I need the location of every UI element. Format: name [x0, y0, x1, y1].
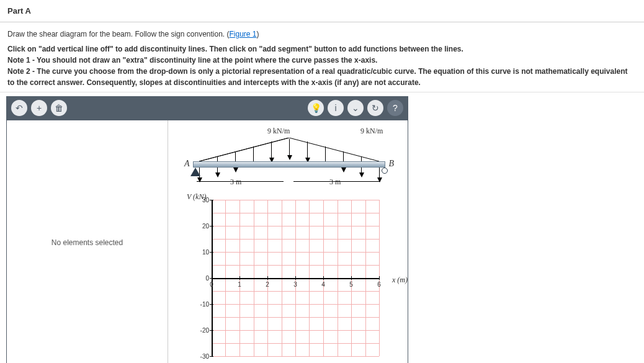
y-tick: -20 [194, 326, 209, 333]
toolbar: ↶ + 🗑 💡 i ⌄ ↻ ? [6, 96, 408, 120]
support-label-a: A [184, 159, 190, 169]
part-title: Part A [0, 0, 644, 22]
instruction-line-2: Click on "add vertical line off" to add … [7, 43, 637, 55]
x-tick: 3 [293, 281, 297, 288]
instruction-note-1: Note 1 - You should not draw an "extra" … [7, 55, 637, 66]
drawing-canvas[interactable]: 9 kN/m 9 kN/m A B [168, 120, 408, 363]
x-tick: 1 [238, 281, 241, 288]
beam-diagram: 9 kN/m 9 kN/m A B [187, 127, 391, 192]
pin-support-icon [190, 168, 200, 176]
shear-chart[interactable]: V (kN) x (m) 30 20 10 0 -10 -20 -30 0 1 [187, 192, 404, 361]
x-axis-label: x (m) [392, 276, 408, 285]
dim-label-left: 3 m [230, 177, 241, 187]
y-tick: 0 [194, 275, 209, 282]
selection-panel: No elements selected [7, 120, 168, 363]
bulb-icon: 💡 [311, 103, 321, 113]
beam-body [193, 161, 385, 168]
info-button[interactable]: i [328, 100, 344, 116]
plus-icon: + [37, 103, 42, 113]
y-tick: -30 [194, 353, 209, 360]
instr-text-close: ) [257, 30, 259, 38]
help-button[interactable]: ? [387, 100, 403, 116]
x-tick: 0 [210, 281, 213, 288]
instr-text: Draw the shear diagram for the beam. Fol… [7, 30, 230, 38]
delete-button[interactable]: 🗑 [51, 100, 67, 116]
load-arrows [199, 139, 379, 161]
x-tick: 6 [377, 281, 381, 288]
instruction-note-2: Note 2 - The curve you choose from the d… [7, 66, 637, 88]
y-tick: -10 [194, 301, 209, 308]
roller-support-icon [382, 168, 388, 174]
selection-empty-text: No elements selected [51, 238, 123, 247]
y-tick: 10 [194, 248, 209, 255]
question-icon: ? [393, 103, 398, 113]
instructions-block: Draw the shear diagram for the beam. Fol… [0, 22, 644, 92]
reset-button[interactable]: ↻ [367, 100, 383, 116]
x-tick: 5 [349, 281, 353, 288]
undo-button[interactable]: ↶ [11, 100, 27, 116]
add-button[interactable]: + [31, 100, 47, 116]
hint-button[interactable]: 💡 [308, 100, 324, 116]
x-tick: 4 [321, 281, 325, 288]
workspace: No elements selected 9 kN/m 9 kN/m [6, 120, 408, 363]
load-label-right: 9 kN/m [360, 127, 383, 136]
y-tick: 30 [194, 197, 209, 204]
x-tick: 2 [266, 281, 269, 288]
plot-area[interactable]: 30 20 10 0 -10 -20 -30 0 1 2 3 4 5 6 [212, 200, 379, 356]
load-label-left: 9 kN/m [267, 127, 290, 136]
dropdown-button[interactable]: ⌄ [347, 100, 364, 116]
undo-icon: ↶ [16, 103, 23, 113]
support-label-b: B [388, 159, 394, 169]
trash-icon: 🗑 [55, 103, 63, 113]
y-tick: 20 [194, 223, 209, 230]
info-icon: i [334, 103, 336, 113]
chevron-down-icon: ⌄ [352, 103, 359, 113]
reset-icon: ↻ [372, 103, 379, 113]
dim-label-right: 3 m [329, 177, 341, 187]
figure-link[interactable]: Figure 1 [230, 30, 257, 38]
instruction-line-1: Draw the shear diagram for the beam. Fol… [7, 29, 637, 40]
